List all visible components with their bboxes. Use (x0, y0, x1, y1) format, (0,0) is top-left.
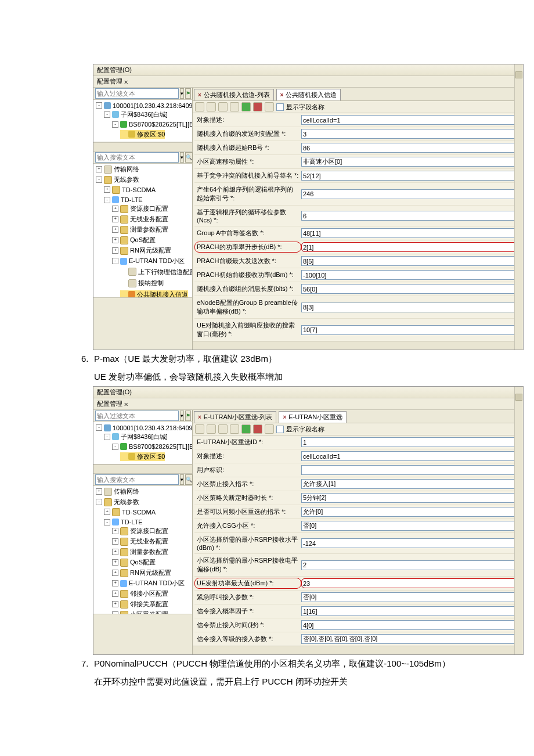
form-label: UE发射功率最大值(dBm) *: (194, 578, 301, 589)
form-label: PRACH的功率攀升步长(dB) *: (194, 242, 301, 253)
form-row: 随机接入前缀组的消息长度(bits) *: (194, 282, 521, 296)
form-label: PRACH初始前缀接收功率(dBm) *: (194, 269, 301, 280)
form-value-input[interactable] (301, 284, 520, 294)
form-row: 是否可以同频小区重选的指示 *: (194, 505, 521, 519)
dropdown-icon[interactable]: ▾ (180, 88, 184, 99)
find-icon[interactable]: 🔍 (185, 152, 193, 163)
form-value-input[interactable] (301, 115, 520, 125)
form-value-input[interactable] (301, 143, 520, 153)
screenshot-config-mgmt-2: 配置管理(O) 配置管理 ⨉ ▾ ⚑ 🔍 -100001[10.230.43.2… (93, 386, 524, 655)
close-icon[interactable]: × (198, 414, 201, 420)
form-row: 小区禁止接入指示 *: (194, 477, 521, 491)
form-value-input[interactable] (301, 606, 520, 616)
form-value-input[interactable] (301, 620, 520, 630)
form-label: PRACH前缀最大发送次数 *: (194, 255, 301, 267)
form-value-input[interactable] (301, 129, 520, 139)
filter-icon[interactable]: ⚑ (185, 88, 191, 99)
form-value-input[interactable] (301, 303, 520, 312)
toolbar-icon[interactable] (265, 424, 274, 434)
form-label: 基于竞争冲突的随机接入前导签名 *: (194, 170, 301, 181)
toolbar-user-icon[interactable] (253, 102, 262, 111)
form-value-input[interactable] (301, 479, 520, 489)
form-value-input[interactable] (301, 578, 520, 588)
search-input[interactable] (95, 152, 179, 163)
close-icon[interactable]: × (198, 92, 201, 98)
list-item-6: 6.P-max（UE 最大发射功率，取值建议 23dBm） (0, 354, 534, 365)
toolbar-icon[interactable] (230, 424, 239, 434)
toolbar-icon[interactable] (207, 424, 216, 434)
form-value-input[interactable] (301, 228, 520, 238)
form-label: Group A中前导签名数 *: (194, 228, 301, 239)
toolbar-apply-icon[interactable] (241, 102, 251, 111)
filter-input[interactable] (95, 88, 179, 99)
form-row: 小区高速移动属性 *: (194, 154, 521, 168)
form-value-input[interactable] (301, 592, 520, 602)
toolbar-icon[interactable] (218, 424, 228, 434)
find-icon[interactable]: 🔍 (185, 474, 193, 485)
toolbar-user-icon[interactable] (253, 424, 262, 434)
form-label: 小区高速移动属性 *: (194, 156, 301, 167)
form-value-input[interactable] (301, 270, 520, 280)
form-value-input[interactable] (301, 560, 520, 570)
form-toolbar: 显示字段名称 (193, 101, 523, 113)
tab-header: 配置管理 ⨉ (93, 76, 523, 88)
toolbar-icon[interactable] (195, 102, 204, 111)
form-label: 随机接入前缀的发送时刻配置 *: (194, 128, 301, 139)
form-value-input[interactable] (301, 157, 520, 167)
filter-input[interactable] (95, 411, 179, 421)
form-value-input[interactable] (301, 465, 520, 475)
nav-tree-bottom: +传输网络 -无线参数 +TD-SCDMA -TD-LTE +资源接口配置 +无… (93, 164, 192, 298)
form-row: 紧急呼叫接入参数 *: (194, 590, 521, 604)
dropdown-icon[interactable]: ▾ (180, 474, 184, 485)
dropdown-icon[interactable]: ▾ (180, 152, 184, 163)
close-icon[interactable]: × (280, 92, 284, 98)
form-value-input[interactable] (301, 242, 520, 252)
form-label: 对象描述: (194, 451, 301, 462)
toolbar-icon[interactable] (265, 102, 274, 111)
vertical-scrollbar[interactable] (514, 64, 523, 350)
tab-list[interactable]: ×公共随机接入信道-列表 (194, 89, 274, 100)
form-label: UE对随机接入前缀响应接收的搜索窗口(毫秒) *: (194, 320, 301, 340)
tab-detail[interactable]: ×E-UTRAN小区重选 (279, 411, 347, 423)
toolbar-apply-icon[interactable] (241, 424, 251, 434)
dropdown-icon[interactable]: ▾ (180, 411, 184, 421)
form-value-input[interactable] (301, 189, 520, 199)
form-value-input[interactable] (301, 507, 520, 517)
form-row: 对象描述: (194, 449, 521, 463)
form-value-input[interactable] (301, 493, 520, 503)
search-input[interactable] (95, 474, 179, 485)
form-value-input[interactable] (301, 325, 520, 335)
form-value-input[interactable] (301, 256, 520, 266)
tab-detail[interactable]: ×公共随机接入信道 (276, 89, 341, 100)
form-label: 小区策略关断定时器时长 *: (194, 492, 301, 503)
nav-tree-bottom: +传输网络 -无线参数 +TD-SCDMA -TD-LTE +资源接口配置 +无… (93, 486, 192, 614)
toolbar-icon[interactable] (218, 102, 228, 111)
form-row: 对象描述: (194, 113, 521, 127)
show-fields-label: 显示字段名称 (286, 425, 324, 434)
form-row: 信令禁止接入时间(秒) *: (194, 618, 521, 632)
form-value-input[interactable] (301, 437, 520, 447)
form-label: E-UTRAN小区重选ID *: (194, 437, 301, 448)
close-icon[interactable]: × (283, 414, 286, 420)
filter-row-top: ▾ ⚑ 🔍 (93, 88, 192, 100)
list-item-7-desc: 在开环功控中需要对此值设置，需开启上行 PUCCH 闭环功控开关 (0, 676, 534, 687)
list-item-6-desc: UE 发射功率偏低，会导致随机接入失败概率增加 (0, 372, 534, 383)
form-value-input[interactable] (301, 634, 520, 644)
show-fields-checkbox[interactable] (276, 426, 284, 433)
form-row: 随机接入前缀的发送时刻配置 *: (194, 127, 521, 141)
form-value-input[interactable] (301, 171, 520, 181)
tab-list[interactable]: ×E-UTRAN小区重选-列表 (194, 411, 276, 423)
toolbar-icon[interactable] (207, 102, 216, 111)
form-value-input[interactable] (301, 211, 520, 221)
show-fields-checkbox[interactable] (276, 103, 284, 111)
vertical-scrollbar[interactable] (514, 387, 523, 654)
form-value-input[interactable] (301, 521, 520, 531)
form-value-input[interactable] (301, 538, 520, 548)
form-row: Group A中前导签名数 *: (194, 226, 521, 240)
toolbar-icon[interactable] (195, 424, 204, 434)
form-label: 基于逻辑根序列的循环移位参数(Ncs) *: (194, 207, 301, 225)
toolbar-icon[interactable] (230, 102, 239, 111)
filter-icon[interactable]: ⚑ (185, 411, 191, 421)
form-row: PRACH初始前缀接收功率(dBm) *: (194, 268, 521, 282)
form-value-input[interactable] (301, 451, 520, 461)
